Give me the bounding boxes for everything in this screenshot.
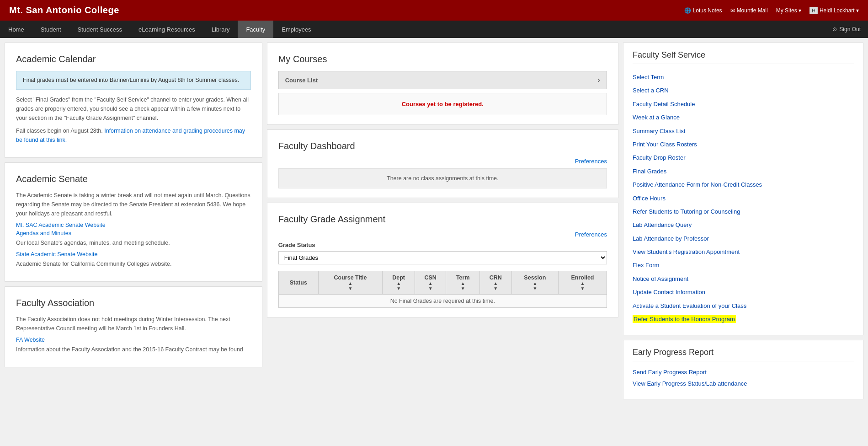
left-column: Academic Calendar Final grades must be e…	[5, 43, 262, 399]
final-grades-link[interactable]: Final Grades	[633, 168, 666, 175]
summary-class-list-link[interactable]: Summary Class List	[633, 128, 686, 134]
sort-icon-enrolled: ▲▼	[562, 281, 603, 291]
top-links: 🌐 Lotus Notes ✉ Mountie Mail My Sites ▾ …	[684, 7, 859, 14]
view-student-registration-link[interactable]: View Student's Registration Appointment	[633, 248, 740, 255]
list-item-final-grades: Final Grades	[633, 165, 854, 178]
lab-attendance-professor-link[interactable]: Lab Attendance by Professor	[633, 235, 709, 242]
academic-senate-body1: The Academic Senate is taking a winter b…	[16, 191, 251, 218]
top-bar: Mt. San Antonio College 🌐 Lotus Notes ✉ …	[0, 0, 868, 21]
notice-of-assignment-link[interactable]: Notice of Assignment	[633, 275, 688, 282]
nav-library[interactable]: Library	[203, 21, 238, 38]
nav-elearning[interactable]: eLearning Resources	[130, 21, 203, 38]
lab-attendance-query-link[interactable]: Lab Attendance Query	[633, 221, 692, 228]
academic-calendar-body1: Select "Final Grades" from the "Faculty …	[16, 95, 251, 123]
view-early-progress-link[interactable]: View Early Progress Status/Lab attendanc…	[633, 378, 854, 390]
col-course-title[interactable]: Course Title ▲▼	[318, 271, 382, 295]
lotus-notes-link[interactable]: 🌐 Lotus Notes	[684, 7, 722, 14]
select-term-link[interactable]: Select Term	[633, 74, 664, 81]
list-item-office-hours: Office Hours	[633, 192, 854, 205]
nav-home[interactable]: Home	[0, 21, 32, 38]
main-content: Academic Calendar Final grades must be e…	[0, 38, 868, 404]
academic-senate-body3: Academic Senate for California Community…	[16, 259, 251, 269]
flex-form-link[interactable]: Flex Form	[633, 262, 660, 269]
col-crn[interactable]: CRN ▲▼	[480, 271, 512, 295]
faculty-dashboard-title: Faculty Dashboard	[278, 141, 607, 151]
refer-tutoring-link[interactable]: Refer Students to Tutoring or Counseling	[633, 208, 740, 215]
update-contact-link[interactable]: Update Contact Information	[633, 289, 705, 296]
office-hours-link[interactable]: Office Hours	[633, 195, 666, 202]
mtsac-senate-link[interactable]: Mt. SAC Academic Senate Website	[16, 222, 251, 228]
faculty-dashboard-preferences-link[interactable]: Preferences	[278, 158, 607, 165]
col-session[interactable]: Session ▲▼	[511, 271, 558, 295]
nav-student[interactable]: Student	[32, 21, 69, 38]
center-column: My Courses Course List › Courses yet to …	[262, 43, 623, 399]
early-progress-title: Early Progress Report	[633, 348, 854, 361]
send-early-progress-link[interactable]: Send Early Progress Report	[633, 367, 854, 378]
my-sites-link[interactable]: My Sites ▾	[776, 7, 801, 14]
list-item-week-at-glance: Week at a Glance	[633, 111, 854, 124]
col-term[interactable]: Term ▲▼	[446, 271, 480, 295]
user-profile-link[interactable]: H Heidi Lockhart ▾	[809, 7, 859, 14]
sort-icon-session: ▲▼	[516, 281, 554, 291]
col-enrolled[interactable]: Enrolled ▲▼	[559, 271, 607, 295]
list-item-positive-attendance: Positive Attendance Form for Non-Credit …	[633, 178, 854, 191]
positive-attendance-link[interactable]: Positive Attendance Form for Non-Credit …	[633, 181, 762, 188]
state-senate-link[interactable]: State Academic Senate Website	[16, 251, 251, 258]
academic-senate-body2: Our local Senate's agendas, minutes, and…	[16, 238, 251, 247]
activate-student-eval-link[interactable]: Activate a Student Evaluation of your Cl…	[633, 302, 746, 309]
col-csn[interactable]: CSN ▲▼	[415, 271, 446, 295]
fa-website-link[interactable]: FA Website	[16, 337, 251, 343]
course-list-bar[interactable]: Course List ›	[278, 71, 607, 89]
select-crn-link[interactable]: Select a CRN	[633, 87, 669, 94]
faculty-drop-roster-link[interactable]: Faculty Drop Roster	[633, 154, 686, 161]
grade-status-label: Grade Status	[278, 242, 607, 248]
grade-table: Status Course Title ▲▼ Dept ▲▼ CSN ▲▼	[278, 271, 607, 308]
right-column: Faculty Self Service Select Term Select …	[623, 43, 863, 399]
early-progress-card: Early Progress Report Send Early Progres…	[623, 340, 863, 399]
faculty-detail-schedule-link[interactable]: Faculty Detail Schedule	[633, 101, 695, 107]
list-item-activate-student-eval: Activate a Student Evaluation of your Cl…	[633, 299, 854, 312]
nav-student-success[interactable]: Student Success	[69, 21, 131, 38]
faculty-association-card: Faculty Association The Faculty Associat…	[5, 286, 262, 367]
list-item-update-contact: Update Contact Information	[633, 285, 854, 299]
sort-icon-dept: ▲▼	[386, 281, 411, 291]
grade-status-dropdown[interactable]: Final Grades Midterm Grades	[278, 251, 607, 264]
faculty-grade-assignment-card: Faculty Grade Assignment Preferences Gra…	[267, 203, 618, 317]
agendas-minutes-link[interactable]: Agendas and Minutes	[16, 230, 251, 236]
week-at-glance-link[interactable]: Week at a Glance	[633, 114, 680, 121]
faculty-association-title: Faculty Association	[16, 298, 251, 308]
col-dept[interactable]: Dept ▲▼	[383, 271, 415, 295]
sign-out-label: Sign Out	[839, 26, 861, 32]
faculty-dashboard-card: Faculty Dashboard Preferences There are …	[267, 129, 618, 198]
refer-honors-link[interactable]: Refer Students to the Honors Program	[633, 315, 736, 323]
list-item-select-term: Select Term	[633, 70, 854, 84]
list-item-summary-class-list: Summary Class List	[633, 124, 854, 138]
academic-calendar-card: Academic Calendar Final grades must be e…	[5, 43, 262, 158]
sort-icon-course: ▲▼	[322, 281, 378, 291]
lotus-notes-label: Lotus Notes	[693, 7, 722, 14]
sign-out-area[interactable]: ⊙ Sign Out	[825, 21, 868, 38]
table-row-empty: No Final Grades are required at this tim…	[278, 295, 607, 308]
mountie-mail-link[interactable]: ✉ Mountie Mail	[730, 7, 768, 14]
lotus-notes-icon: 🌐	[684, 7, 691, 14]
list-item-lab-attendance-professor: Lab Attendance by Professor	[633, 232, 854, 245]
print-class-rosters-link[interactable]: Print Your Class Rosters	[633, 141, 697, 148]
logo: Mt. San Antonio College	[9, 5, 119, 16]
list-item-notice-of-assignment: Notice of Assignment	[633, 272, 854, 285]
academic-calendar-info-box: Final grades must be entered into Banner…	[16, 71, 251, 90]
sort-icon-crn: ▲▼	[484, 281, 508, 291]
faculty-grade-preferences-link[interactable]: Preferences	[278, 231, 607, 238]
my-courses-title: My Courses	[278, 54, 607, 64]
faculty-self-service-card: Faculty Self Service Select Term Select …	[623, 43, 863, 335]
course-list-label: Course List	[285, 77, 318, 84]
faculty-self-service-title: Faculty Self Service	[633, 50, 854, 64]
nav-faculty[interactable]: Faculty	[238, 21, 273, 38]
faculty-association-body1: The Faculty Association does not hold me…	[16, 315, 251, 333]
list-item-lab-attendance-query: Lab Attendance Query	[633, 218, 854, 231]
list-item-refer-tutoring: Refer Students to Tutoring or Counseling	[633, 205, 854, 218]
faculty-association-body2: Information about the Faculty Associatio…	[16, 345, 251, 354]
nav-employees[interactable]: Employees	[273, 21, 319, 38]
academic-calendar-body2: Fall classes begin on August 28th. Infor…	[16, 126, 251, 145]
faculty-grade-title: Faculty Grade Assignment	[278, 214, 607, 225]
mountie-mail-icon: ✉	[730, 7, 735, 14]
